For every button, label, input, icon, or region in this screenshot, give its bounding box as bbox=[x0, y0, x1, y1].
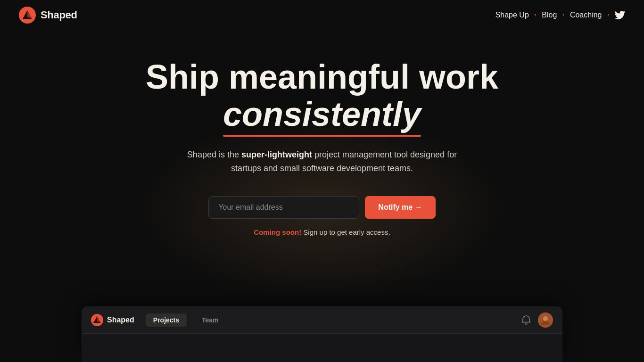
hero-heading: Ship meaningful work consistently bbox=[146, 58, 498, 133]
svg-point-3 bbox=[543, 316, 548, 321]
navbar: Shaped Shape Up • Blog • Coaching • bbox=[0, 0, 644, 30]
nav-dot-3: • bbox=[607, 13, 609, 17]
hero-heading-line1: Ship meaningful work bbox=[146, 58, 498, 96]
coming-soon-suffix: Sign up to get early access. bbox=[301, 228, 390, 236]
logo-text: Shaped bbox=[41, 9, 77, 21]
logo-icon bbox=[19, 7, 36, 24]
nav-shapeup-link[interactable]: Shape Up bbox=[495, 11, 529, 19]
subtitle-bold: super-lightweight bbox=[241, 150, 312, 159]
app-preview-wrapper: Shaped Projects Team bbox=[82, 306, 562, 362]
nav-blog-link[interactable]: Blog bbox=[542, 11, 557, 19]
nav-dot-2: • bbox=[562, 13, 564, 17]
app-tab-projects[interactable]: Projects bbox=[146, 313, 187, 327]
nav-links: Shape Up • Blog • Coaching • bbox=[495, 10, 625, 20]
app-tab-team[interactable]: Team bbox=[194, 313, 226, 327]
logo-link[interactable]: Shaped bbox=[19, 7, 77, 24]
avatar bbox=[538, 313, 553, 328]
coming-soon-highlight: Coming soon! bbox=[254, 228, 301, 236]
subtitle-before: Shaped is the bbox=[187, 150, 241, 159]
twitter-link[interactable] bbox=[615, 10, 625, 20]
app-topbar: Shaped Projects Team bbox=[82, 306, 562, 334]
app-topbar-right bbox=[521, 313, 553, 328]
signup-form: Notify me → bbox=[208, 196, 435, 219]
hero-section: Ship meaningful work consistently Shaped… bbox=[0, 30, 644, 255]
nav-coaching-link[interactable]: Coaching bbox=[570, 11, 602, 19]
app-logo-icon bbox=[91, 314, 103, 326]
app-logo-group: Shaped bbox=[91, 314, 134, 326]
notify-button[interactable]: Notify me → bbox=[365, 196, 435, 219]
twitter-icon bbox=[615, 10, 625, 20]
app-logo-text: Shaped bbox=[107, 316, 134, 324]
email-input[interactable] bbox=[208, 196, 359, 219]
hero-heading-line2: consistently bbox=[223, 96, 421, 133]
app-body bbox=[82, 334, 562, 362]
app-preview: Shaped Projects Team bbox=[82, 306, 562, 362]
bell-icon[interactable] bbox=[521, 315, 531, 325]
nav-dot-1: • bbox=[535, 13, 537, 17]
hero-subtitle: Shaped is the super-lightweight project … bbox=[181, 148, 463, 175]
coming-soon-message: Coming soon! Sign up to get early access… bbox=[254, 228, 390, 236]
